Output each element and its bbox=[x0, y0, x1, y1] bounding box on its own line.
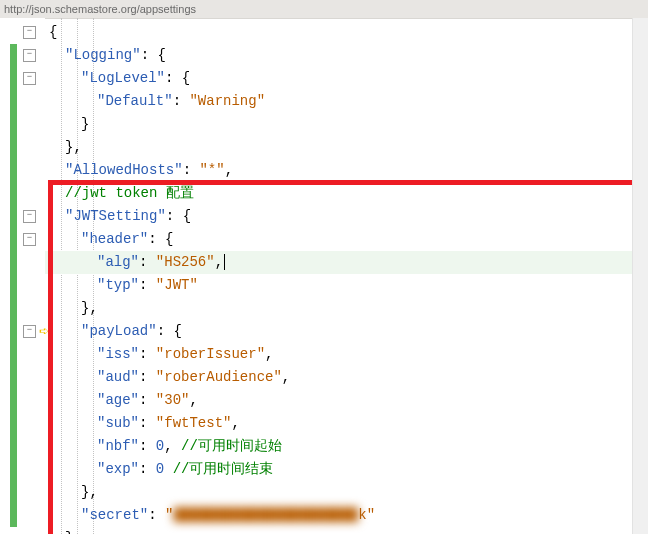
token-p: , bbox=[282, 369, 290, 385]
token-p: : bbox=[148, 507, 165, 523]
code-line[interactable]: }, bbox=[45, 297, 648, 320]
code-line[interactable]: "typ": "JWT" bbox=[45, 274, 648, 297]
code-line[interactable]: }, bbox=[45, 481, 648, 504]
token-p: , bbox=[265, 346, 273, 362]
code-line[interactable]: }, bbox=[45, 136, 648, 159]
fold-gutter[interactable]: −−−−−−➪ bbox=[17, 18, 45, 534]
fold-toggle[interactable]: − bbox=[23, 233, 36, 246]
change-marker bbox=[10, 182, 17, 527]
code-line[interactable]: "alg": "HS256", bbox=[45, 251, 648, 274]
token-s: "Warning" bbox=[189, 93, 265, 109]
vertical-scrollbar[interactable] bbox=[632, 18, 648, 534]
token-p: } bbox=[65, 530, 73, 534]
token-k: "Default" bbox=[97, 93, 173, 109]
token-k: "header" bbox=[81, 231, 148, 247]
code-line[interactable]: "age": "30", bbox=[45, 389, 648, 412]
token-p: : bbox=[173, 93, 190, 109]
code-line[interactable]: "aud": "roberAudience", bbox=[45, 366, 648, 389]
code-line[interactable]: "exp": 0 //可用时间结束 bbox=[45, 458, 648, 481]
token-k: "nbf" bbox=[97, 438, 139, 454]
token-k: "LogLevel" bbox=[81, 70, 165, 86]
token-k: "age" bbox=[97, 392, 139, 408]
token-k: "sub" bbox=[97, 415, 139, 431]
code-line[interactable]: } bbox=[45, 527, 648, 534]
token-k: "secret" bbox=[81, 507, 148, 523]
code-line[interactable]: //jwt token 配置 bbox=[45, 182, 648, 205]
token-p: , bbox=[164, 438, 181, 454]
token-p: , bbox=[189, 392, 197, 408]
fold-toggle[interactable]: − bbox=[23, 210, 36, 223]
token-p: : bbox=[139, 346, 156, 362]
token-p: : bbox=[139, 438, 156, 454]
token-k: "JWTSetting" bbox=[65, 208, 166, 224]
token-p: : { bbox=[148, 231, 173, 247]
change-marker bbox=[10, 44, 17, 182]
code-line[interactable]: { bbox=[45, 21, 648, 44]
fold-toggle[interactable]: − bbox=[23, 325, 36, 338]
token-p: , bbox=[225, 162, 233, 178]
editor-window: http://json.schemastore.org/appsettings … bbox=[0, 0, 648, 534]
code-line[interactable]: "header": { bbox=[45, 228, 648, 251]
token-s: "roberIssuer" bbox=[156, 346, 265, 362]
token-k: "typ" bbox=[97, 277, 139, 293]
token-p bbox=[164, 461, 172, 477]
token-p: : { bbox=[141, 47, 166, 63]
token-s: ██████████████████████ bbox=[173, 507, 358, 523]
token-k: "AllowedHosts" bbox=[65, 162, 183, 178]
token-c: //可用时间结束 bbox=[173, 461, 274, 477]
text-caret bbox=[224, 254, 225, 270]
code-line[interactable]: "iss": "roberIssuer", bbox=[45, 343, 648, 366]
code-line[interactable]: "LogLevel": { bbox=[45, 67, 648, 90]
token-p: : { bbox=[165, 70, 190, 86]
token-p: }, bbox=[65, 139, 82, 155]
token-p: : { bbox=[157, 323, 182, 339]
code-line[interactable]: "JWTSetting": { bbox=[45, 205, 648, 228]
token-p: : bbox=[139, 277, 156, 293]
token-k: "aud" bbox=[97, 369, 139, 385]
fold-toggle[interactable]: − bbox=[23, 49, 36, 62]
token-n: 0 bbox=[156, 461, 164, 477]
token-s: "*" bbox=[199, 162, 224, 178]
token-k: "alg" bbox=[97, 254, 139, 270]
token-c: //jwt token 配置 bbox=[65, 185, 194, 201]
token-p: , bbox=[215, 254, 223, 270]
token-k: "Logging" bbox=[65, 47, 141, 63]
token-p: } bbox=[81, 116, 89, 132]
token-p: }, bbox=[81, 300, 98, 316]
token-p: : bbox=[139, 415, 156, 431]
breakpoint-strip[interactable] bbox=[0, 18, 10, 534]
token-p: }, bbox=[81, 484, 98, 500]
token-p: : bbox=[183, 162, 200, 178]
code-line[interactable]: "sub": "fwtTest", bbox=[45, 412, 648, 435]
token-p: : bbox=[139, 369, 156, 385]
token-p: : bbox=[139, 392, 156, 408]
code-line[interactable]: "payLoad": { bbox=[45, 320, 648, 343]
token-p: : { bbox=[166, 208, 191, 224]
code-line[interactable]: "secret": "██████████████████████k" bbox=[45, 504, 648, 527]
code-line[interactable]: } bbox=[45, 113, 648, 136]
address-bar-text: http://json.schemastore.org/appsettings bbox=[4, 3, 196, 15]
token-p: , bbox=[231, 415, 239, 431]
code-line[interactable]: "AllowedHosts": "*", bbox=[45, 159, 648, 182]
token-s: "roberAudience" bbox=[156, 369, 282, 385]
address-bar: http://json.schemastore.org/appsettings bbox=[0, 0, 648, 19]
code-line[interactable]: "Default": "Warning" bbox=[45, 90, 648, 113]
token-c: //可用时间起始 bbox=[181, 438, 282, 454]
token-s: "HS256" bbox=[156, 254, 215, 270]
token-s: "JWT" bbox=[156, 277, 198, 293]
token-p: { bbox=[49, 24, 57, 40]
token-k: "iss" bbox=[97, 346, 139, 362]
fold-toggle[interactable]: − bbox=[23, 26, 36, 39]
code-area[interactable]: {"Logging": {"LogLevel": {"Default": "Wa… bbox=[45, 18, 648, 534]
token-n: 0 bbox=[156, 438, 164, 454]
token-p: : bbox=[139, 461, 156, 477]
code-line[interactable]: "Logging": { bbox=[45, 44, 648, 67]
token-k: "exp" bbox=[97, 461, 139, 477]
token-s: "30" bbox=[156, 392, 190, 408]
token-k: "payLoad" bbox=[81, 323, 157, 339]
token-s: k" bbox=[358, 507, 375, 523]
fold-toggle[interactable]: − bbox=[23, 72, 36, 85]
code-editor[interactable]: −−−−−−➪ {"Logging": {"LogLevel": {"Defau… bbox=[0, 18, 648, 534]
token-s: "fwtTest" bbox=[156, 415, 232, 431]
code-line[interactable]: "nbf": 0, //可用时间起始 bbox=[45, 435, 648, 458]
